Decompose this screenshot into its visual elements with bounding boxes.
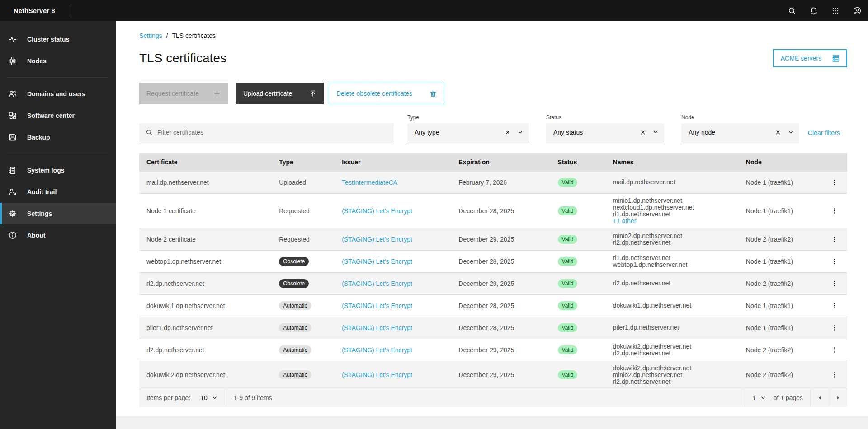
previous-page-button[interactable] (811, 389, 829, 407)
issuer-link[interactable]: (STAGING) Let's Encrypt (342, 346, 412, 354)
issuer-link[interactable]: (STAGING) Let's Encrypt (342, 302, 412, 309)
sidebar-item-settings[interactable]: Settings (0, 203, 116, 224)
user-menu-button[interactable] (846, 0, 868, 21)
sidebar-nav: Cluster status Nodes Domains and users S… (0, 21, 116, 429)
certificate-domain-name: minio2.dp.nethserver.net (613, 233, 731, 239)
names-list: rl1.dp.nethserver.netwebtop1.dp.nethserv… (613, 255, 731, 268)
sidebar-item-backup[interactable]: Backup (0, 126, 116, 148)
cell-names: rl1.dp.nethserver.netwebtop1.dp.nethserv… (606, 250, 739, 272)
status-filter-dropdown[interactable]: Any status (546, 123, 664, 141)
certificate-row: Node 1 certificateRequested(STAGING) Let… (139, 193, 847, 228)
cell-expiration: December 28, 2025 (451, 250, 550, 272)
more-names-link[interactable]: +1 other (613, 218, 731, 224)
sidebar-item-cluster-status[interactable]: Cluster status (0, 28, 116, 50)
cell-names: dokuwiki2.dp.nethserver.netrl2.dp.nethse… (606, 339, 739, 361)
certificate-name: piler1.dp.nethserver.net (146, 324, 212, 331)
sidebar-item-about[interactable]: About (0, 224, 116, 246)
sidebar-item-domains-and-users[interactable]: Domains and users (0, 83, 116, 105)
cell-expiration: December 28, 2025 (451, 317, 550, 339)
type-filter-chevron[interactable] (517, 129, 524, 135)
sidebar-item-label: Settings (27, 210, 52, 217)
names-list: dokuwiki1.dp.nethserver.net (613, 302, 731, 309)
certificate-name: Node 2 certificate (146, 236, 196, 243)
cell-expiration: December 29, 2025 (451, 339, 550, 361)
status-filter-value: Any status (553, 129, 640, 136)
row-overflow-menu-button[interactable] (827, 343, 842, 357)
clear-filters-link[interactable]: Clear filters (808, 129, 840, 136)
upload-certificate-button[interactable]: Upload certificate (236, 83, 324, 104)
issuer-link[interactable]: (STAGING) Let's Encrypt (342, 207, 412, 214)
issuer-link[interactable]: (STAGING) Let's Encrypt (342, 280, 412, 287)
certificates-table-body: mail.dp.nethserver.netUploadedTestInterm… (139, 171, 847, 389)
node-filter-dropdown[interactable]: Any node (681, 123, 799, 141)
overflow-menu-icon (831, 207, 838, 214)
certificate-name: webtop1.dp.nethserver.net (146, 258, 221, 265)
issuer-link[interactable]: (STAGING) Let's Encrypt (342, 324, 412, 331)
pagination-right: 1 of 1 pages (745, 389, 847, 407)
row-overflow-menu-button[interactable] (827, 175, 842, 190)
delete-obsolete-label: Delete obsolete certificates (336, 90, 412, 97)
search-button[interactable] (781, 0, 803, 21)
type-filter-clear[interactable] (505, 129, 511, 135)
page-number-select[interactable]: 1 (752, 394, 766, 401)
certificate-row: webtop1.dp.nethserver.netObsolete(STAGIN… (139, 250, 847, 272)
row-overflow-menu-button[interactable] (827, 232, 842, 247)
cell-expiration: February 7, 2026 (451, 171, 550, 193)
sidebar-item-system-logs[interactable]: System logs (0, 159, 116, 181)
certificate-domain-name: nextcloud1.dp.nethserver.net (613, 204, 731, 211)
sidebar-item-nodes[interactable]: Nodes (0, 50, 116, 72)
info-icon (8, 231, 17, 240)
column-certificate: Certificate (139, 153, 272, 171)
save-icon (8, 133, 17, 142)
audit-icon (8, 187, 17, 196)
status-badge: Valid (558, 235, 578, 244)
row-overflow-menu-button[interactable] (827, 254, 842, 269)
pagination-range: 1-9 of 9 items (234, 394, 272, 401)
cell-issuer: (STAGING) Let's Encrypt (335, 317, 451, 339)
status-filter-clear[interactable] (640, 129, 646, 135)
type-filter-dropdown[interactable]: Any type (407, 123, 529, 141)
row-overflow-menu-button[interactable] (827, 321, 842, 335)
app-switcher-button[interactable] (825, 0, 846, 21)
certificate-domain-name: dokuwiki2.dp.nethserver.net (613, 343, 731, 350)
cell-node: Node 2 (traefik2) (739, 361, 820, 389)
certificate-domain-name: minio2.dp.nethserver.net (613, 372, 731, 378)
breadcrumb-settings-link[interactable]: Settings (139, 32, 162, 39)
certificate-domain-name: minio1.dp.nethserver.net (613, 197, 731, 204)
names-list: dokuwiki2.dp.nethserver.netrl2.dp.nethse… (613, 343, 731, 357)
node-filter-clear[interactable] (775, 129, 781, 135)
cell-expiration: December 28, 2025 (451, 193, 550, 228)
node-name: Node 1 (traefik1) (746, 302, 793, 309)
column-status: Status (551, 153, 606, 171)
header-divider (69, 5, 69, 17)
sidebar-item-audit-trail[interactable]: Audit trail (0, 181, 116, 203)
row-overflow-menu-button[interactable] (827, 276, 842, 291)
node-filter-chevron[interactable] (788, 129, 794, 135)
row-overflow-menu-button[interactable] (827, 298, 842, 313)
cell-names: minio2.dp.nethserver.netrl2.dp.nethserve… (606, 228, 739, 250)
row-overflow-menu-button[interactable] (827, 368, 842, 382)
type-badge-automatic: Automatic (279, 301, 311, 310)
certificate-name: Node 1 certificate (146, 207, 196, 214)
filter-certificates-input[interactable] (157, 123, 387, 141)
expiration-date: December 28, 2025 (458, 324, 514, 331)
row-overflow-menu-button[interactable] (827, 204, 842, 218)
sidebar-item-software-center[interactable]: Software center (0, 105, 116, 126)
next-page-button[interactable] (829, 389, 847, 407)
issuer-link[interactable]: (STAGING) Let's Encrypt (342, 371, 412, 378)
notifications-button[interactable] (803, 0, 825, 21)
status-filter-chevron[interactable] (652, 129, 659, 135)
column-issuer: Issuer (335, 153, 451, 171)
cell-actions (820, 250, 847, 272)
header-actions (781, 0, 868, 21)
issuer-link[interactable]: TestIntermediateCA (342, 179, 397, 186)
acme-servers-button[interactable]: ACME servers (773, 49, 847, 67)
pagination-bar: Items per page: 10 1-9 of 9 items 1 of 1… (139, 389, 847, 407)
items-per-page-select[interactable]: 10 (200, 394, 218, 401)
issuer-link[interactable]: (STAGING) Let's Encrypt (342, 258, 412, 265)
issuer-link[interactable]: (STAGING) Let's Encrypt (342, 236, 412, 243)
status-badge: Valid (558, 257, 578, 266)
cell-status: Valid (551, 339, 606, 361)
request-certificate-button[interactable]: Request certificate (139, 83, 228, 104)
delete-obsolete-certificates-button[interactable]: Delete obsolete certificates (329, 83, 444, 104)
